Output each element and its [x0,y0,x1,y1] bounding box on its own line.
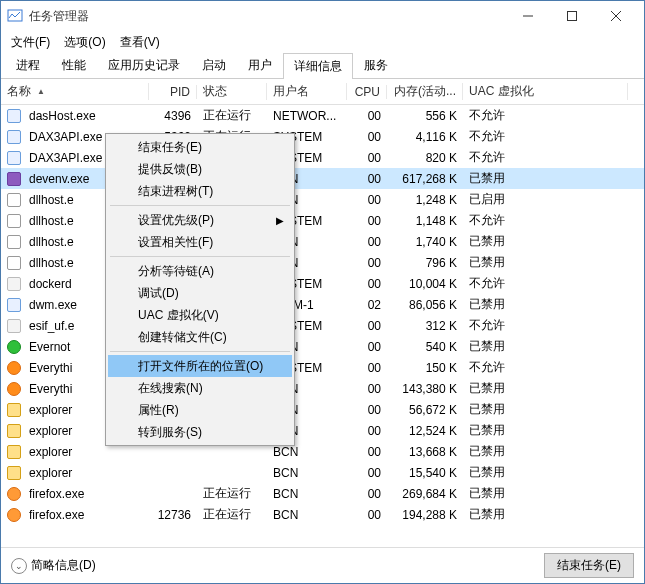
process-row[interactable]: explorerBCN0013,668 K已禁用 [1,441,644,462]
process-icon [7,277,21,291]
cell-uac: 已禁用 [463,401,644,418]
process-name: Everythi [29,361,72,375]
process-row[interactable]: firefox.exe12736正在运行BCN00194,288 K已禁用 [1,504,644,525]
process-name: dllhost.e [29,193,74,207]
process-icon [7,235,21,249]
col-mem[interactable]: 内存(活动... [387,83,463,100]
cell-cpu: 00 [347,130,387,144]
cell-uac: 不允许 [463,128,644,145]
minimize-button[interactable] [506,2,550,30]
context-menu-item[interactable]: 打开文件所在的位置(O) [108,355,292,377]
col-uac[interactable]: UAC 虚拟化 [463,83,628,100]
table-header: 名称▲ PID 状态 用户名 CPU 内存(活动... UAC 虚拟化 [1,79,644,105]
process-name: explorer [29,445,72,459]
context-menu-item[interactable]: 在线搜索(N) [108,377,292,399]
process-row[interactable]: explorerBCN0056,672 K已禁用 [1,399,644,420]
tab-2[interactable]: 应用历史记录 [97,52,191,78]
context-menu-item[interactable]: 结束进程树(T) [108,180,292,202]
close-button[interactable] [594,2,638,30]
cell-uac: 已禁用 [463,338,644,355]
end-task-button[interactable]: 结束任务(E) [544,553,634,578]
context-menu-item[interactable]: 分析等待链(A) [108,260,292,282]
tab-6[interactable]: 服务 [353,52,399,78]
cell-cpu: 00 [347,466,387,480]
process-icon [7,508,21,522]
cell-mem: 556 K [387,109,463,123]
context-menu-item[interactable]: 结束任务(E) [108,136,292,158]
context-menu: 结束任务(E)提供反馈(B)结束进程树(T)设置优先级(P)▶设置相关性(F)分… [105,133,295,446]
col-cpu[interactable]: CPU [347,85,387,99]
process-row[interactable]: dllhost.eBCN001,740 K已禁用 [1,231,644,252]
context-menu-item[interactable]: 设置优先级(P)▶ [108,209,292,231]
process-row[interactable]: EverythiSYSTEM00150 K不允许 [1,357,644,378]
menu-file[interactable]: 文件(F) [5,32,56,53]
chevron-down-icon: ⌄ [11,558,27,574]
cell-mem: 15,540 K [387,466,463,480]
cell-mem: 150 K [387,361,463,375]
app-icon [7,8,23,24]
process-row[interactable]: DAX3API.exe7912正在运行SYSTEM00820 K不允许 [1,147,644,168]
process-row[interactable]: dasHost.exe4396正在运行NETWOR...00556 K不允许 [1,105,644,126]
cell-cpu: 00 [347,151,387,165]
cell-user: BCN [267,487,347,501]
process-row[interactable]: EverythiBCN00143,380 K已禁用 [1,378,644,399]
process-name: explorer [29,424,72,438]
cell-user: BCN [267,508,347,522]
context-menu-item[interactable]: 创建转储文件(C) [108,326,292,348]
col-status[interactable]: 状态 [197,83,267,100]
cell-cpu: 00 [347,403,387,417]
tab-3[interactable]: 启动 [191,52,237,78]
process-name: dwm.exe [29,298,77,312]
process-row[interactable]: firefox.exe正在运行BCN00269,684 K已禁用 [1,483,644,504]
context-menu-item[interactable]: 属性(R) [108,399,292,421]
tab-5[interactable]: 详细信息 [283,53,353,79]
window-title: 任务管理器 [29,8,506,25]
cell-uac: 不允许 [463,317,644,334]
cell-cpu: 00 [347,508,387,522]
task-manager-window: 任务管理器 文件(F) 选项(O) 查看(V) 进程性能应用历史记录启动用户详细… [0,0,645,584]
process-icon [7,361,21,375]
process-name: dllhost.e [29,214,74,228]
process-name: DAX3API.exe [29,130,102,144]
cell-cpu: 02 [347,298,387,312]
process-rows[interactable]: dasHost.exe4396正在运行NETWOR...00556 K不允许DA… [1,105,644,547]
process-row[interactable]: dllhost.eBCN001,248 K已启用 [1,189,644,210]
cell-cpu: 00 [347,445,387,459]
process-row[interactable]: dockerdSYSTEM0010,004 K不允许 [1,273,644,294]
process-icon [7,319,21,333]
menu-view[interactable]: 查看(V) [114,32,166,53]
menu-options[interactable]: 选项(O) [58,32,111,53]
context-menu-item[interactable]: 转到服务(S) [108,421,292,443]
process-row[interactable]: esif_uf.eSYSTEM00312 K不允许 [1,315,644,336]
cell-cpu: 00 [347,319,387,333]
cell-uac: 不允许 [463,212,644,229]
process-row[interactable]: devenv.exe13160正在运行BCN00617,268 K已禁用 [1,168,644,189]
process-row[interactable]: dwm.exeDWM-10286,056 K已禁用 [1,294,644,315]
context-menu-item[interactable]: 调试(D) [108,282,292,304]
cell-user: NETWOR... [267,109,347,123]
process-row[interactable]: EvernotBCN00540 K已禁用 [1,336,644,357]
process-row[interactable]: DAX3API.exe5360正在运行SYSTEM004,116 K不允许 [1,126,644,147]
process-row[interactable]: dllhost.eBCN00796 K已禁用 [1,252,644,273]
context-menu-item[interactable]: 提供反馈(B) [108,158,292,180]
cell-cpu: 00 [347,361,387,375]
maximize-button[interactable] [550,2,594,30]
tab-1[interactable]: 性能 [51,52,97,78]
sort-asc-icon: ▲ [37,87,45,96]
process-row[interactable]: dllhost.eSYSTEM001,148 K不允许 [1,210,644,231]
col-pid[interactable]: PID [149,85,197,99]
col-user[interactable]: 用户名 [267,83,347,100]
cell-uac: 不允许 [463,275,644,292]
cell-uac: 已禁用 [463,506,644,523]
process-row[interactable]: explorerBCN0015,540 K已禁用 [1,462,644,483]
tab-4[interactable]: 用户 [237,52,283,78]
fewer-details-toggle[interactable]: ⌄ 简略信息(D) [11,557,536,574]
cell-pid: 4396 [149,109,197,123]
process-row[interactable]: explorerBCN0012,524 K已禁用 [1,420,644,441]
process-icon [7,109,21,123]
col-name[interactable]: 名称▲ [1,83,149,100]
context-menu-item[interactable]: UAC 虚拟化(V) [108,304,292,326]
cell-mem: 13,668 K [387,445,463,459]
context-menu-item[interactable]: 设置相关性(F) [108,231,292,253]
tab-0[interactable]: 进程 [5,52,51,78]
